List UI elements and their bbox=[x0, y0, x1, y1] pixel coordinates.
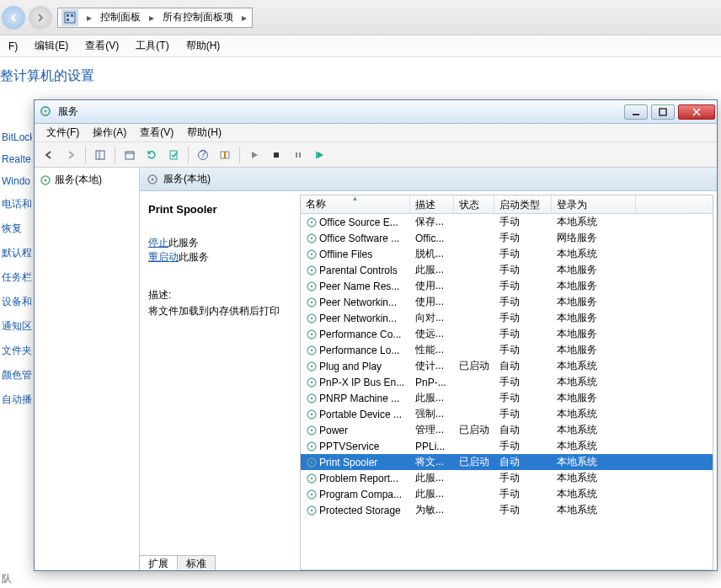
service-row[interactable]: Parental Controls此服...手动本地服务 bbox=[301, 262, 713, 278]
service-row[interactable]: Portable Device ...强制...手动本地系统 bbox=[301, 406, 713, 422]
cell-startup: 手动 bbox=[494, 487, 552, 501]
control-panel-link[interactable]: 颜色管 bbox=[2, 368, 32, 382]
services-menu-action[interactable]: 操作(A) bbox=[86, 124, 133, 142]
cell-name: Offline Files bbox=[301, 249, 410, 260]
toolbar-pause-button[interactable] bbox=[289, 146, 307, 164]
svg-text:?: ? bbox=[200, 149, 206, 160]
breadcrumb-control-panel[interactable]: 控制面板 bbox=[97, 10, 144, 24]
service-row[interactable]: Office Source E...保存...手动本地系统 bbox=[301, 214, 713, 230]
breadcrumb[interactable]: ▸ 控制面板 ▸ 所有控制面板项 ▸ bbox=[57, 8, 253, 28]
service-row[interactable]: Problem Report...此服...手动本地系统 bbox=[301, 470, 713, 486]
cell-description: 强制... bbox=[410, 407, 454, 421]
cell-startup: 手动 bbox=[494, 343, 552, 357]
services-menu-file[interactable]: 文件(F) bbox=[40, 124, 86, 142]
column-name[interactable]: 名称▲ bbox=[301, 195, 410, 213]
cell-name: Problem Report... bbox=[301, 473, 410, 484]
toolbar-stop-button[interactable] bbox=[267, 146, 286, 164]
toolbar-back-button[interactable] bbox=[40, 146, 58, 164]
control-panel-link[interactable]: 自动播 bbox=[2, 393, 32, 407]
toolbar-start-button[interactable] bbox=[245, 146, 264, 164]
service-row[interactable]: PNRP Machine ...此服...手动本地服务 bbox=[301, 390, 713, 406]
toolbar-help-button[interactable]: ? bbox=[194, 146, 212, 164]
service-row[interactable]: Protected Storage为敏...手动本地系统 bbox=[301, 502, 713, 518]
tab-extended[interactable]: 扩展 bbox=[139, 555, 178, 570]
service-row[interactable]: PnP-X IP Bus En...PnP-...手动本地系统 bbox=[301, 374, 713, 390]
control-panel-link[interactable]: 恢复 bbox=[2, 222, 32, 236]
column-startup[interactable]: 启动类型 bbox=[494, 195, 552, 213]
control-panel-link[interactable]: 文件夹 bbox=[2, 344, 32, 358]
restart-service-link[interactable]: 重启动 bbox=[148, 251, 179, 263]
svg-point-5 bbox=[45, 110, 47, 112]
control-panel-link[interactable]: 设备和 bbox=[2, 295, 32, 309]
toolbar-restart-button[interactable] bbox=[311, 146, 329, 164]
close-button[interactable] bbox=[678, 104, 715, 120]
cell-name: Peer Networkin... bbox=[301, 297, 410, 308]
control-panel-link[interactable]: Realte bbox=[2, 153, 32, 165]
svg-rect-8 bbox=[96, 151, 104, 159]
sort-indicator-icon: ▲ bbox=[352, 195, 359, 202]
toolbar-show-hide-button[interactable] bbox=[91, 146, 109, 164]
cell-name: PNRP Machine ... bbox=[301, 393, 410, 404]
service-row[interactable]: Power管理...已启动自动本地系统 bbox=[301, 422, 713, 438]
minimize-button[interactable] bbox=[624, 104, 648, 120]
cell-logon: 本地服务 bbox=[552, 295, 636, 309]
nav-back-button[interactable] bbox=[2, 6, 25, 29]
svg-rect-20 bbox=[316, 152, 318, 158]
cell-startup: 手动 bbox=[494, 295, 552, 309]
gear-icon bbox=[306, 489, 318, 500]
toolbar-export-button[interactable] bbox=[164, 146, 183, 164]
service-row[interactable]: Print Spooler将文...已启动自动本地系统 bbox=[301, 454, 713, 470]
detail-pane: 服务(本地) Print Spooler 停止此服务 重启动此服务 描述: 将文… bbox=[140, 168, 717, 570]
menu-edit[interactable]: 编辑(E) bbox=[26, 36, 77, 56]
cell-logon: 本地服务 bbox=[552, 327, 636, 341]
toolbar-console-button[interactable] bbox=[216, 146, 234, 164]
tree-services-local[interactable]: 服务(本地) bbox=[38, 171, 136, 189]
window-titlebar[interactable]: 服务 bbox=[35, 100, 717, 124]
service-row[interactable]: Performance Co...使远...手动本地服务 bbox=[301, 326, 713, 342]
breadcrumb-all-items[interactable]: 所有控制面板项 bbox=[159, 10, 237, 24]
cell-name: PPTVService bbox=[301, 441, 410, 452]
bottom-clip-text: 队 bbox=[0, 570, 13, 588]
control-panel-link[interactable]: Windo bbox=[2, 175, 32, 187]
maximize-button[interactable] bbox=[651, 104, 675, 120]
toolbar-forward-button[interactable] bbox=[61, 146, 80, 164]
service-row[interactable]: Peer Networkin...向对...手动本地服务 bbox=[301, 310, 713, 326]
stop-service-link[interactable]: 停止 bbox=[148, 237, 168, 249]
control-panel-link[interactable]: BitLock bbox=[2, 131, 32, 143]
control-panel-link[interactable]: 通知区 bbox=[2, 319, 32, 334]
tab-standard[interactable]: 标准 bbox=[177, 555, 216, 570]
svg-point-60 bbox=[311, 493, 313, 495]
cell-logon: 本地系统 bbox=[552, 455, 636, 469]
services-menu-view[interactable]: 查看(V) bbox=[133, 124, 180, 142]
menu-view[interactable]: 查看(V) bbox=[77, 36, 127, 56]
toolbar-refresh-button[interactable] bbox=[142, 146, 161, 164]
gear-icon bbox=[306, 409, 318, 420]
services-menu-bar: 文件(F) 操作(A) 查看(V) 帮助(H) bbox=[35, 124, 717, 142]
service-row[interactable]: PPTVServicePPLi...手动本地系统 bbox=[301, 438, 713, 454]
services-list: 名称▲ 描述 状态 启动类型 登录为 Office Source E...保存.… bbox=[300, 195, 713, 570]
menu-help[interactable]: 帮助(H) bbox=[178, 36, 229, 56]
control-panel-link[interactable]: 任务栏 bbox=[2, 270, 32, 285]
control-panel-link[interactable]: 电话和 bbox=[2, 197, 32, 211]
column-description[interactable]: 描述 bbox=[410, 195, 454, 213]
column-status[interactable]: 状态 bbox=[454, 195, 494, 213]
nav-forward-button[interactable] bbox=[29, 6, 52, 29]
service-row[interactable]: Plug and Play使计...已启动自动本地系统 bbox=[301, 358, 713, 374]
menu-file[interactable]: F) bbox=[0, 38, 26, 55]
address-bar: ▸ 控制面板 ▸ 所有控制面板项 ▸ bbox=[0, 0, 721, 35]
service-row[interactable]: Office Software ...Offic...手动网络服务 bbox=[301, 230, 713, 246]
service-row[interactable]: Peer Name Res...使用...手动本地服务 bbox=[301, 278, 713, 294]
list-header: 名称▲ 描述 状态 启动类型 登录为 bbox=[301, 195, 713, 214]
toolbar-properties-button[interactable] bbox=[120, 146, 139, 164]
service-row[interactable]: Program Compa...此服...手动本地系统 bbox=[301, 486, 713, 502]
column-logon[interactable]: 登录为 bbox=[552, 195, 636, 213]
gear-icon bbox=[306, 345, 318, 356]
list-rows[interactable]: Office Source E...保存...手动本地系统Office Soft… bbox=[301, 214, 713, 569]
menu-tools[interactable]: 工具(T) bbox=[127, 36, 177, 56]
cell-status: 已启动 bbox=[454, 423, 494, 437]
service-row[interactable]: Peer Networkin...使用...手动本地服务 bbox=[301, 294, 713, 310]
control-panel-link[interactable]: 默认程 bbox=[2, 246, 32, 260]
service-row[interactable]: Offline Files脱机...手动本地系统 bbox=[301, 246, 713, 262]
service-row[interactable]: Performance Lo...性能...手动本地服务 bbox=[301, 342, 713, 358]
services-menu-help[interactable]: 帮助(H) bbox=[180, 124, 228, 142]
